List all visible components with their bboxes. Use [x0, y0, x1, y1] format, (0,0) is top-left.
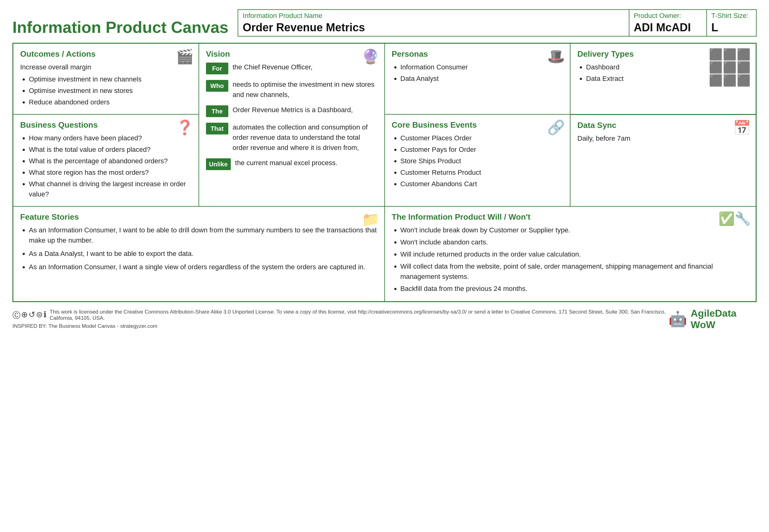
cc-by-icon: ⊕ — [21, 310, 28, 321]
bizq-cell: Business Questions How many orders have … — [13, 114, 199, 206]
app-title: Information Product Canvas — [12, 18, 238, 37]
list-item: Will include returned products in the or… — [400, 249, 749, 259]
vision-row: The Order Revenue Metrics is a Dashboard… — [206, 105, 378, 117]
tshirt-size-field: T-Shirt Size: L — [706, 10, 756, 36]
list-item: What channel is driving the largest incr… — [29, 179, 192, 199]
bizq-list: How many orders have been placed?What is… — [20, 133, 192, 199]
vision-row: Unlike the current manual excel process. — [206, 158, 378, 170]
vision-row-label: Unlike — [206, 158, 231, 170]
brand-name: AgileData WoW — [691, 308, 757, 331]
list-item: What store region has the most orders? — [29, 167, 192, 178]
list-item: Customer Pays for Order — [400, 144, 563, 155]
willwont-title: The Information Product Will / Won't — [392, 212, 749, 222]
outcomes-content: Increase overall margin Optimise investm… — [20, 62, 192, 107]
list-item: As an Information Consumer, I want to be… — [29, 225, 378, 245]
product-name-value: Order Revenue Metrics — [243, 21, 625, 34]
list-item: Optimise investment in new channels — [29, 74, 192, 84]
delivery-cell: ⬛⬛⬛⬛⬛⬛⬛⬛⬛ Delivery Types DashboardData E… — [570, 43, 756, 114]
list-item: Reduce abandoned orders — [29, 97, 192, 107]
vision-row-label: For — [206, 63, 228, 74]
list-item: Data Analyst — [400, 73, 563, 84]
vision-row-text: Order Revenue Metrics is a Dashboard, — [233, 105, 353, 115]
vision-row: Who needs to optimise the investment in … — [206, 79, 378, 100]
bizq-title: Business Questions — [20, 120, 192, 130]
outcomes-title: Outcomes / Actions — [20, 49, 192, 59]
main-grid: Outcomes / Actions Increase overall marg… — [12, 43, 757, 302]
datasync-content: Daily, before 7am — [577, 133, 749, 143]
personas-content: Information ConsumerData Analyst — [392, 62, 563, 84]
datasync-value: Daily, before 7am — [577, 133, 749, 143]
list-item: Customer Places Order — [400, 133, 563, 143]
willwont-content: Won't include break down by Customer or … — [392, 225, 749, 294]
hat-icon — [547, 48, 565, 65]
datasync-title: Data Sync — [577, 121, 749, 130]
files-icon — [362, 211, 379, 228]
vision-row-label: The — [206, 105, 228, 117]
outcomes-list: Optimise investment in new channelsOptim… — [20, 74, 192, 107]
vision-row: For the Chief Revenue Officer, — [206, 62, 378, 74]
vision-content: For the Chief Revenue Officer, Who needs… — [206, 62, 378, 170]
product-owner-field: Product Owner: ADI McADI — [629, 10, 706, 36]
header-fields: Information Product Name Order Revenue M… — [238, 9, 757, 37]
chain-icon — [547, 119, 565, 136]
list-item: Information Consumer — [400, 62, 563, 72]
cc-sa-icon: ↺ — [29, 310, 35, 321]
list-item: Store Ships Product — [400, 156, 563, 166]
vision-title: Vision — [206, 49, 378, 59]
product-name-field: Information Product Name Order Revenue M… — [238, 10, 629, 36]
vision-row-label: Who — [206, 80, 228, 92]
willwont-list: Won't include break down by Customer or … — [392, 225, 749, 294]
feature-title: Feature Stories — [20, 212, 378, 222]
vision-row-text: the Chief Revenue Officer, — [233, 62, 313, 72]
list-item: Customer Returns Product — [400, 167, 563, 178]
cc-nd-icon: ⊜ — [36, 310, 43, 321]
footer-license: Ⓒ ⊕ ↺ ⊜ ℹ This work is licensed under th… — [12, 309, 669, 321]
cc-icons: Ⓒ ⊕ ↺ ⊜ ℹ — [12, 310, 46, 321]
vision-row-text: automates the collection and consumption… — [233, 122, 378, 153]
outcomes-cell: Outcomes / Actions Increase overall marg… — [13, 43, 199, 114]
product-owner-label: Product Owner: — [634, 12, 702, 20]
license-text: This work is licensed under the Creative… — [50, 309, 669, 321]
list-item: What is the total value of orders placed… — [29, 144, 192, 155]
calendar-icon — [733, 119, 751, 136]
footer-inspired: INSPIRED BY: The Business Model Canvas -… — [12, 323, 669, 329]
checkbadge-icon: ✅🔧 — [718, 211, 751, 226]
vision-cell: Vision For the Chief Revenue Officer, Wh… — [199, 43, 385, 206]
list-item: Won't include abandon carts. — [400, 237, 749, 247]
list-item: Won't include break down by Customer or … — [400, 225, 749, 235]
feature-cell: Feature Stories As an Information Consum… — [13, 206, 385, 301]
personas-cell: Personas Information ConsumerData Analys… — [385, 43, 570, 114]
vision-row: That automates the collection and consum… — [206, 122, 378, 153]
list-item: Optimise investment in new stores — [29, 86, 192, 96]
product-owner-value: ADI McADI — [634, 21, 702, 34]
grid-icon: ⬛⬛⬛⬛⬛⬛⬛⬛⬛ — [709, 48, 751, 87]
datasync-cell: Data Sync Daily, before 7am — [570, 114, 756, 206]
corebiz-content: Customer Places OrderCustomer Pays for O… — [392, 133, 563, 189]
tshirt-size-label: T-Shirt Size: — [711, 12, 752, 20]
list-item: How many orders have been placed? — [29, 133, 192, 143]
corebiz-title: Core Business Events — [392, 120, 563, 130]
outcomes-intro: Increase overall margin — [20, 62, 192, 72]
feature-list: As an Information Consumer, I want to be… — [20, 225, 378, 272]
corebiz-list: Customer Places OrderCustomer Pays for O… — [392, 133, 563, 189]
vision-row-text: needs to optimise the investment in new … — [233, 79, 378, 100]
question-icon — [176, 119, 194, 136]
tshirt-size-value: L — [711, 21, 752, 34]
vision-row-text: the current manual excel process. — [235, 158, 338, 168]
list-item: As an Information Consumer, I want a sin… — [29, 262, 378, 272]
willwont-cell: ✅🔧 The Information Product Will / Won't … — [385, 206, 756, 301]
feature-content: As an Information Consumer, I want to be… — [20, 225, 378, 272]
footer: Ⓒ ⊕ ↺ ⊜ ℹ This work is licensed under th… — [12, 308, 757, 331]
product-name-label: Information Product Name — [243, 12, 625, 20]
robot-icon: 🤖 — [669, 310, 687, 328]
personas-list: Information ConsumerData Analyst — [392, 62, 563, 84]
header-area: Information Product Canvas Information P… — [12, 9, 757, 37]
list-item: As a Data Analyst, I want to be able to … — [29, 248, 378, 259]
list-item: Customer Abandons Cart — [400, 179, 563, 189]
footer-left: Ⓒ ⊕ ↺ ⊜ ℹ This work is licensed under th… — [12, 309, 669, 329]
cc-icon: Ⓒ — [12, 310, 20, 321]
list-item: What is the percentage of abandoned orde… — [29, 156, 192, 166]
coin-icon — [362, 48, 379, 65]
footer-brand: 🤖 AgileData WoW — [669, 308, 757, 331]
cc-info-icon: ℹ — [43, 310, 46, 321]
